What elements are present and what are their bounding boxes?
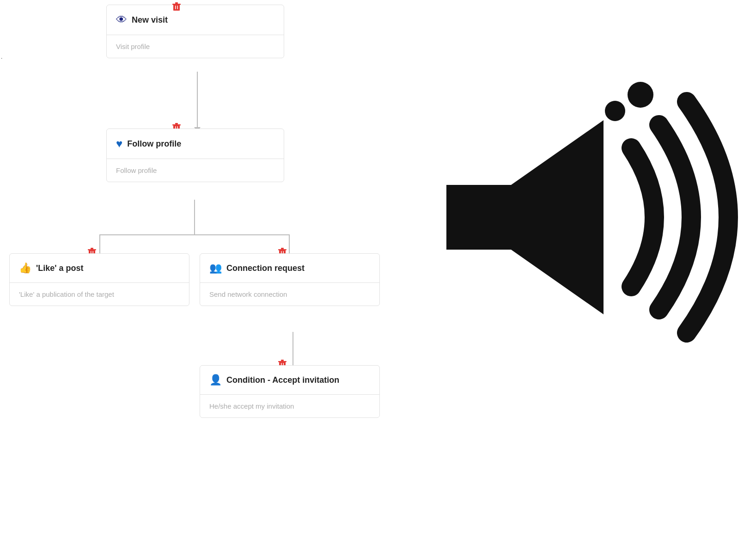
svg-rect-4 (175, 2, 178, 4)
follow-profile-description: Follow profile (116, 166, 157, 174)
thumbsup-icon: 👍 (19, 262, 31, 274)
new-visit-header: 👁 New visit (107, 5, 284, 35)
svg-rect-2 (173, 5, 180, 11)
person-check-icon: 👤 (209, 374, 222, 386)
svg-rect-14 (91, 248, 93, 249)
svg-rect-5 (175, 6, 176, 9)
new-visit-title: New visit (132, 15, 168, 25)
branch-v-from-follow (194, 200, 195, 234)
follow-profile-body: Follow profile (107, 159, 284, 182)
like-post-description: 'Like' a publication of the target (19, 290, 114, 298)
follow-profile-card[interactable]: ♥ Follow profile Follow profile (106, 129, 284, 182)
connection-request-title: Connection request (226, 263, 305, 273)
connection-request-header: 👥 Connection request (200, 254, 379, 283)
new-visit-description: Visit profile (116, 43, 150, 50)
connection-request-body: Send network connection (200, 283, 379, 306)
eye-icon: 👁 (116, 13, 127, 26)
arrow-new-visit-to-follow (194, 72, 201, 132)
svg-rect-18 (278, 249, 287, 251)
svg-rect-6 (177, 6, 178, 9)
workflow-canvas: . 👁 New visi (0, 0, 756, 533)
like-post-title: 'Like' a post (36, 263, 84, 273)
svg-rect-13 (88, 249, 96, 251)
accept-invitation-body: He/she accept my invitation (200, 395, 379, 417)
follow-profile-header: ♥ Follow profile (107, 129, 284, 159)
new-visit-delete-btn[interactable] (172, 2, 181, 14)
background-icon (354, 55, 756, 381)
svg-rect-8 (172, 124, 181, 126)
connection-request-description: Send network connection (209, 290, 287, 298)
accept-invitation-title: Condition - Accept invitation (226, 375, 339, 385)
accept-invitation-header: 👤 Condition - Accept invitation (200, 366, 379, 395)
svg-point-0 (605, 101, 625, 121)
new-visit-body: Visit profile (107, 35, 284, 58)
people-icon: 👥 (209, 262, 222, 274)
like-post-header: 👍 'Like' a post (10, 254, 189, 283)
svg-point-1 (628, 82, 653, 108)
branch-h (99, 234, 289, 235)
accept-invitation-description: He/she accept my invitation (209, 402, 294, 410)
arrow-line-1 (197, 72, 198, 127)
accept-invitation-card[interactable]: 👤 Condition - Accept invitation He/she a… (200, 365, 380, 418)
svg-rect-3 (172, 4, 181, 5)
like-post-body: 'Like' a publication of the target (10, 283, 189, 306)
like-post-card[interactable]: 👍 'Like' a post 'Like' a publication of … (9, 253, 189, 306)
svg-rect-9 (175, 123, 178, 124)
heart-icon: ♥ (116, 137, 122, 150)
svg-rect-24 (281, 360, 284, 361)
new-visit-card[interactable]: 👁 New visit Visit profile (106, 5, 284, 58)
connection-request-card[interactable]: 👥 Connection request Send network connec… (200, 253, 380, 306)
follow-profile-title: Follow profile (127, 139, 181, 149)
svg-rect-23 (278, 361, 287, 362)
left-dot: . (1, 54, 2, 60)
svg-rect-19 (281, 248, 284, 249)
